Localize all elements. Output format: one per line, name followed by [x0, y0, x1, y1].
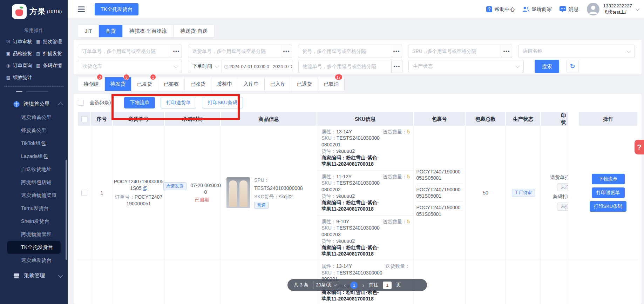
sidebar-submenu-item[interactable]: 自送收货地址 — [0, 163, 68, 176]
status-tab[interactable]: 已退货 — [291, 77, 318, 91]
refresh-button[interactable]: ↻ — [567, 60, 578, 73]
ellipsis-icon: ●●● — [173, 49, 179, 53]
more-options-button[interactable]: ●●● — [281, 45, 292, 58]
sidebar-submenu-item[interactable]: TikTok组包 — [0, 137, 68, 150]
prev-page-button[interactable]: ‹ — [344, 282, 346, 288]
sidebar-submenu-item[interactable]: Shein发货台 — [0, 215, 68, 228]
cop;y-icon[interactable] — [143, 186, 147, 191]
app-logo-icon — [12, 4, 27, 19]
collapse-menu-icon[interactable] — [78, 6, 85, 12]
product-type-tag: 普通 — [254, 202, 269, 209]
filter-input[interactable] — [188, 45, 281, 58]
row-checkbox[interactable] — [81, 190, 87, 196]
sidebar-quick-op[interactable]: ▧ 绩效统计 — [6, 74, 36, 81]
sku-entry: 属性：9-10Y SKU：TESTS24010300000800203 货号：s… — [317, 216, 413, 260]
open-page-tab[interactable]: TK全托发货台 — [95, 3, 138, 15]
current-page[interactable]: 1 — [350, 282, 358, 289]
header-checkbox[interactable] — [81, 116, 87, 122]
cell-operations: 下物流单打印送货单打印SKU条码 — [579, 126, 637, 260]
chevron-down-icon — [58, 273, 63, 278]
production-status-select[interactable]: 生产状态 — [408, 60, 524, 73]
sidebar-submenu-item[interactable]: Temu发货台 — [0, 202, 68, 215]
floating-help-button[interactable]: ? — [635, 140, 644, 154]
ellipsis-icon: ●●● — [393, 65, 400, 68]
sidebar-submenu-item[interactable]: 跨境组包店铺 — [0, 176, 68, 189]
shop-name-select[interactable]: 店铺名称 — [518, 45, 635, 58]
sidebar-submenu-item[interactable]: Lazada组包 — [0, 150, 68, 163]
page-size-select[interactable]: 20条/页 — [313, 281, 339, 289]
sidebar-submenu-item[interactable]: 速卖通首公里 — [0, 111, 68, 124]
order-time-filter: 下单时间 ◷ 2024-07-01 00:00:0-2024-07-31 23:… — [188, 60, 292, 73]
more-options-button[interactable]: ●●● — [501, 45, 512, 58]
more-options-button[interactable]: ●●● — [392, 60, 402, 73]
col-header-print-status-clipped: 打印状态 — [541, 112, 568, 126]
filter-input[interactable] — [298, 45, 391, 58]
next-page-button[interactable]: › — [362, 282, 364, 288]
sidebar-quick-op[interactable]: ☑ 订单审核 — [6, 39, 36, 45]
warehouse-select[interactable]: 收货仓库 — [78, 60, 182, 73]
time-type-select[interactable]: 下单时间 — [188, 60, 222, 73]
invite-merchant-link[interactable]: 邀请商家 — [522, 6, 552, 13]
view-tab[interactable]: JIT — [78, 25, 99, 37]
status-tab[interactable]: 质检中 — [211, 77, 238, 91]
search-button[interactable]: 搜索 — [535, 60, 559, 73]
messages-link[interactable]: 消息 — [560, 6, 578, 13]
status-tab[interactable]: 入库中 — [238, 77, 265, 91]
status-tab[interactable]: 待创建 3 — [78, 77, 105, 91]
tenant-id: (10116) — [47, 9, 62, 14]
topbar: TK全托发货台 ? 帮助中心 邀请商家 消息 13322222227 飞快tes… — [68, 0, 644, 19]
row-action-button[interactable]: 打印SKU条码 — [590, 201, 627, 212]
sidebar-item-partially-hidden[interactable] — [16, 90, 68, 94]
status-tab[interactable]: 已签收 — [158, 77, 185, 91]
col-header-delivery-no: 送货单号 — [113, 112, 165, 126]
cell-production-status: 工厂待审 — [506, 126, 541, 260]
cell-production-status: 生产中 — [506, 260, 541, 304]
help-center-link[interactable]: ? 帮助中心 — [486, 6, 515, 13]
user-avatar[interactable] — [587, 3, 599, 15]
filter-input[interactable] — [408, 45, 501, 58]
more-options-button[interactable]: ●●● — [391, 45, 402, 58]
sidebar-scrollbar-thumb[interactable] — [66, 160, 67, 260]
sidebar-quick-op[interactable]: ◎ 订单查询 — [6, 62, 36, 69]
filter-input-group: ●●● — [188, 45, 292, 58]
row-action-button[interactable]: 下物流单 — [592, 174, 625, 184]
logistics-no-input[interactable] — [298, 60, 392, 73]
account-info[interactable]: 13322222227 飞快test工厂 — [603, 3, 632, 15]
sidebar-submenu-item[interactable]: 虾皮首公里 — [0, 124, 68, 137]
sidebar-quick-op[interactable]: ▥ 条码详情 — [36, 62, 66, 69]
sidebar-submenu-item[interactable]: TK全托发货台 — [7, 241, 61, 254]
filter-row-2: 收货仓库 下单时间 ◷ 2024-07-01 00:00:0-2024-07-3… — [78, 60, 578, 73]
fixed-column-gap — [568, 112, 579, 126]
date-range-input[interactable]: ◷ 2024-07-01 00:00:0-2024-07-31 23:59:5 — [222, 60, 292, 73]
sidebar-submenu-item[interactable]: 速卖通发货台 — [0, 254, 68, 267]
toolbar-button[interactable]: 打印送货单 — [161, 97, 196, 108]
row-action-button[interactable]: 打印送货单 — [592, 187, 625, 198]
quick-op-label: 批次管理 — [43, 39, 62, 45]
filter-input[interactable] — [78, 45, 171, 58]
status-tab[interactable]: 已发货 1 — [131, 77, 158, 91]
sidebar-quick-op[interactable]: ▣ 品检验货 — [6, 51, 36, 57]
sidebar-quick-op[interactable]: ▤ 扫描发货 — [36, 51, 66, 57]
status-tab[interactable]: 已入库 — [265, 77, 291, 91]
status-tab[interactable]: 已收货 — [185, 77, 211, 91]
more-options-button[interactable]: ●●● — [171, 45, 182, 58]
sidebar-group-crossborder[interactable]: 跨境首公里 — [0, 94, 68, 111]
sidebar-group-purchase[interactable]: 采购管理 — [0, 267, 68, 279]
status-tab[interactable]: 已取消 17 — [318, 77, 344, 91]
sidebar-submenu-item[interactable]: 跨境物流管理 — [0, 228, 68, 241]
toolbar-button[interactable]: 下物流单 — [124, 97, 155, 108]
sidebar-quick-op[interactable]: ▦ 批次管理 — [36, 39, 66, 45]
table-row: 1 POCYT2407190000051S05 订单号：POCYT2407190… — [78, 126, 637, 260]
view-tab[interactable]: 待揽收-平台物流 — [123, 25, 174, 37]
view-tab[interactable]: 备货 — [99, 25, 123, 37]
goto-page-input[interactable]: 1 — [383, 282, 392, 289]
status-tab[interactable]: 待发货 3 — [105, 77, 131, 91]
select-all-checkbox[interactable] — [78, 100, 84, 106]
sidebar-submenu-item[interactable]: 速卖通物流渠道 — [0, 189, 68, 202]
quick-op-icon: ☑ — [6, 39, 11, 44]
view-tab[interactable]: 待送货-自送 — [174, 25, 214, 37]
sidebar: 方果 (10116) 常用操作 ☑ 订单审核 ▦ 批次管理 ▣ 品检验货 ▤ 扫… — [0, 0, 68, 304]
toolbar-button[interactable]: 打印SKU条码 — [202, 97, 243, 108]
cell-print-status-clipped: 送货单打印状态 未打印 条码打印状态 未打印 — [541, 126, 568, 260]
account-caret-down-icon[interactable] — [636, 7, 639, 11]
